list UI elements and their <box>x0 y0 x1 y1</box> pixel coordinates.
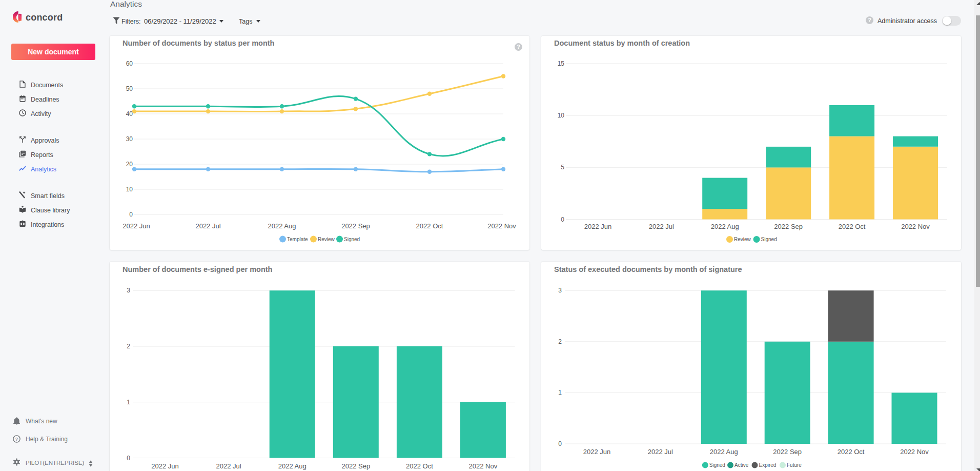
svg-text:10: 10 <box>126 186 133 193</box>
svg-text:2022 Sep: 2022 Sep <box>774 223 803 230</box>
svg-text:10: 10 <box>558 112 565 119</box>
svg-text:2022 Nov: 2022 Nov <box>900 448 929 456</box>
svg-text:Signed: Signed <box>709 462 725 468</box>
svg-text:Signed: Signed <box>344 237 360 242</box>
svg-text:2022 Nov: 2022 Nov <box>469 462 498 470</box>
svg-text:2022 Oct: 2022 Oct <box>838 448 865 456</box>
svg-text:60: 60 <box>126 60 133 67</box>
svg-text:40: 40 <box>126 110 133 117</box>
svg-text:?: ? <box>15 437 18 442</box>
svg-text:3: 3 <box>127 287 130 294</box>
svg-text:Review: Review <box>318 237 335 242</box>
svg-text:50: 50 <box>126 85 133 92</box>
svg-text:0: 0 <box>129 211 133 218</box>
svg-text:0: 0 <box>561 216 564 223</box>
svg-text:2022 Nov: 2022 Nov <box>901 223 930 230</box>
svg-text:Template: Template <box>287 237 308 242</box>
svg-text:2022 Jun: 2022 Jun <box>122 222 150 230</box>
svg-text:2022 Sep: 2022 Sep <box>341 222 370 230</box>
svg-text:Active: Active <box>734 462 749 468</box>
svg-text:2: 2 <box>558 338 562 345</box>
svg-text:1: 1 <box>127 399 130 406</box>
svg-text:0: 0 <box>558 440 562 447</box>
svg-text:2022 Oct: 2022 Oct <box>406 462 433 470</box>
svg-text:0: 0 <box>127 455 130 462</box>
svg-text:2022 Sep: 2022 Sep <box>773 448 802 456</box>
svg-text:2022 Aug: 2022 Aug <box>268 222 296 230</box>
svg-text:Future: Future <box>787 462 802 468</box>
svg-text:2022 Aug: 2022 Aug <box>711 223 739 230</box>
svg-text:2022 Jun: 2022 Jun <box>584 223 612 230</box>
svg-text:Expired: Expired <box>759 462 777 468</box>
svg-text:30: 30 <box>126 135 133 143</box>
svg-text:2022 Jul: 2022 Jul <box>649 223 674 230</box>
svg-text:2: 2 <box>127 343 130 350</box>
svg-text:15: 15 <box>558 60 565 67</box>
svg-text:2022 Aug: 2022 Aug <box>710 448 738 456</box>
svg-text:2022 Jul: 2022 Jul <box>216 462 241 470</box>
svg-text:2022 Jun: 2022 Jun <box>151 462 179 470</box>
svg-text:2022 Aug: 2022 Aug <box>278 462 307 470</box>
svg-text:2022 Oct: 2022 Oct <box>416 222 443 230</box>
svg-text:2022 Sep: 2022 Sep <box>341 462 370 470</box>
svg-text:20: 20 <box>126 161 133 168</box>
svg-text:Signed: Signed <box>761 237 777 242</box>
svg-text:2022 Oct: 2022 Oct <box>839 223 866 230</box>
svg-text:2022 Jul: 2022 Jul <box>648 448 673 456</box>
svg-text:2022 Jul: 2022 Jul <box>195 222 220 230</box>
svg-text:5: 5 <box>561 164 564 171</box>
svg-text:Review: Review <box>734 237 751 242</box>
svg-text:2022 Nov: 2022 Nov <box>487 222 516 230</box>
svg-text:1: 1 <box>558 389 562 396</box>
svg-text:3: 3 <box>558 287 562 294</box>
svg-text:2022 Jun: 2022 Jun <box>583 448 611 456</box>
